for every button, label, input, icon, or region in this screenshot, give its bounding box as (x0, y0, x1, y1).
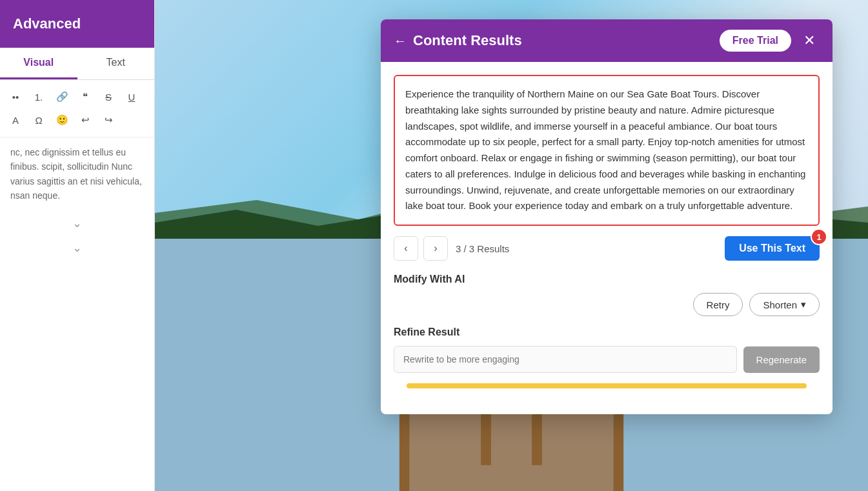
next-page-button[interactable]: › (423, 236, 448, 261)
pagination-row: ‹ › 3 / 3 Results Use This Text 1 (394, 236, 820, 261)
modal-header-right: Free Trial ✕ (720, 30, 820, 52)
tab-bar: Visual Text (0, 48, 154, 80)
underline-icon[interactable]: U (121, 86, 142, 107)
modify-section: Modify With AI Retry Shorten ▾ (394, 274, 820, 316)
notification-badge: 1 (811, 228, 827, 245)
modal-header: ← Content Results Free Trial ✕ (381, 19, 833, 62)
modify-buttons: Retry Shorten ▾ (394, 293, 820, 316)
prev-page-button[interactable]: ‹ (394, 236, 418, 261)
free-trial-badge[interactable]: Free Trial (720, 30, 791, 52)
tab-text[interactable]: Text (77, 48, 155, 79)
content-results-modal: ← Content Results Free Trial ✕ Experienc… (381, 19, 833, 414)
shorten-button[interactable]: Shorten ▾ (749, 293, 820, 316)
numbered-list-icon[interactable]: 1. (28, 86, 49, 107)
undo-icon[interactable]: ↩ (75, 110, 96, 130)
quote-icon[interactable]: ❝ (75, 86, 96, 107)
back-arrow-icon[interactable]: ← (394, 34, 407, 48)
refine-input[interactable] (394, 346, 737, 373)
pagination-left: ‹ › 3 / 3 Results (394, 236, 509, 261)
footer-bar (407, 383, 807, 388)
use-this-text-button[interactable]: Use This Text 1 (725, 236, 820, 261)
advanced-label: Advanced (13, 15, 81, 32)
page-info: 3 / 3 Results (456, 243, 509, 254)
result-text-box: Experience the tranquility of Northern M… (394, 75, 820, 226)
regenerate-button[interactable]: Regenerate (743, 346, 820, 373)
result-text: Experience the tranquility of Northern M… (405, 88, 805, 211)
tab-visual[interactable]: Visual (0, 48, 77, 79)
bullet-list-icon[interactable]: •• (5, 86, 26, 107)
sidebar-header: Advanced (0, 0, 154, 48)
redo-icon[interactable]: ↪ (98, 110, 119, 130)
sidebar-body-text: nc, nec dignissim et tellus eu finibus. … (0, 137, 154, 211)
modify-section-label: Modify With AI (394, 274, 820, 285)
strikethrough-icon[interactable]: S (98, 86, 119, 107)
modal-body: Experience the tranquility of Northern M… (381, 62, 833, 414)
retry-button[interactable]: Retry (693, 293, 743, 316)
refine-section-label: Refine Result (394, 326, 820, 338)
font-color-icon[interactable]: A (5, 110, 26, 130)
refine-row: Regenerate (394, 346, 820, 373)
sidebar-chevron-2[interactable]: ⌄ (0, 235, 154, 260)
sidebar-chevron-1[interactable]: ⌄ (0, 211, 154, 235)
modal-title-group: ← Content Results (394, 32, 522, 49)
link-icon[interactable]: 🔗 (52, 86, 72, 107)
omega-icon[interactable]: Ω (28, 110, 49, 130)
right-panel: ← Content Results Free Trial ✕ Experienc… (155, 0, 868, 491)
sidebar: Advanced Visual Text •• 1. 🔗 ❝ S U A Ω 🙂… (0, 0, 155, 491)
shorten-chevron-icon: ▾ (801, 299, 806, 310)
modal-title-text: Content Results (413, 32, 522, 49)
close-button[interactable]: ✕ (799, 30, 820, 51)
toolbar: •• 1. 🔗 ❝ S U A Ω 🙂 ↩ ↪ (0, 80, 154, 137)
emoji-icon[interactable]: 🙂 (52, 110, 72, 130)
refine-section: Refine Result Regenerate (394, 326, 820, 373)
